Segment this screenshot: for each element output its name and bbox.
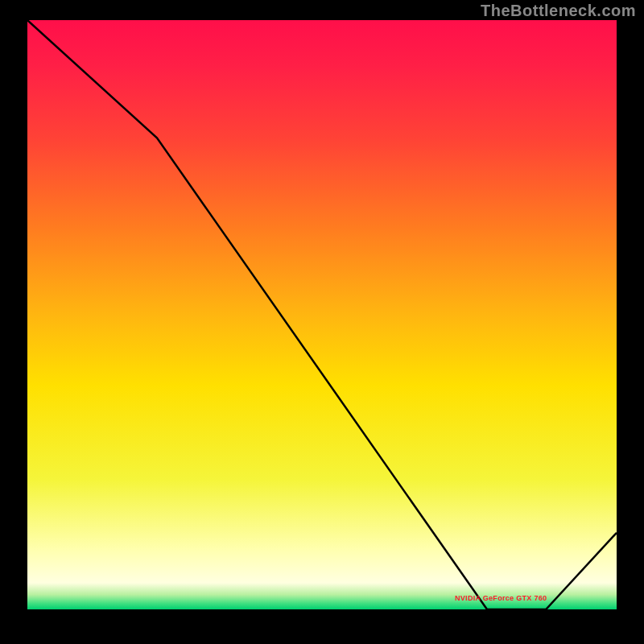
- callout-gpu-label: NVIDIA GeForce GTX 760: [455, 594, 547, 602]
- bottleneck-chart: [0, 0, 644, 644]
- attribution-label: TheBottleneck.com: [481, 2, 636, 20]
- plot-background: [27, 20, 617, 609]
- chart-container: TheBottleneck.com NVIDIA GeForce GTX 760: [0, 0, 644, 644]
